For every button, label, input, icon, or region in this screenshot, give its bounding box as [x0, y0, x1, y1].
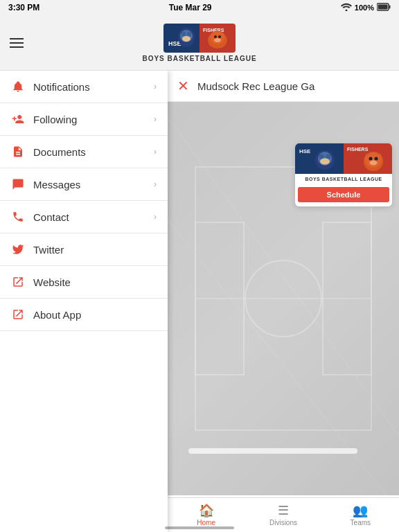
messages-chevron: ›: [154, 179, 157, 189]
message-icon: [11, 177, 25, 191]
svg-point-27: [214, 38, 221, 42]
drawer-item-about[interactable]: About App: [0, 299, 168, 331]
divisions-tab-label: Divisions: [269, 519, 297, 526]
drawer-item-website[interactable]: Website: [0, 266, 168, 299]
logo-images: HSE FISHERS: [163, 24, 236, 53]
svg-point-41: [326, 154, 330, 159]
battery-text: 100%: [355, 3, 374, 12]
svg-rect-3: [378, 5, 388, 10]
twitter-label: Twitter: [33, 244, 64, 256]
website-icon: [11, 275, 25, 289]
drawer-item-messages[interactable]: Messages ›: [0, 168, 168, 201]
logo-hse: HSE: [163, 24, 200, 53]
messages-label: Messages: [33, 179, 80, 190]
tab-divisions[interactable]: ☰ Divisions: [245, 498, 321, 532]
about-icon: [11, 308, 25, 321]
twitter-icon: [11, 242, 25, 256]
drawer-item-following[interactable]: Following ›: [0, 103, 168, 136]
header-logo: HSE FISHERS: [142, 24, 256, 62]
document-icon: [11, 145, 25, 159]
website-label: Website: [33, 276, 71, 288]
svg-point-17: [187, 32, 191, 36]
notifications-label: Notifications: [33, 81, 90, 93]
tab-teams[interactable]: 👥 Teams: [322, 498, 399, 532]
status-right: 100%: [341, 3, 391, 12]
contact-chevron: ›: [154, 212, 157, 222]
hamburger-button[interactable]: [10, 38, 24, 48]
right-panel-body: HSE FISHERS: [168, 102, 399, 495]
svg-point-42: [320, 159, 330, 165]
svg-point-16: [181, 32, 186, 36]
league-card-fishers: FISHERS: [344, 143, 392, 174]
logo-fishers: FISHERS: [200, 24, 236, 53]
svg-rect-2: [389, 6, 391, 9]
drawer-item-contact[interactable]: Contact ›: [0, 201, 168, 233]
hamburger-line-2: [10, 42, 24, 44]
documents-chevron: ›: [154, 147, 157, 157]
svg-point-49: [369, 157, 372, 161]
right-panel-header: ✕ Mudsock Rec League Ga: [168, 71, 399, 102]
about-label: About App: [33, 309, 81, 321]
wifi-icon: [341, 3, 352, 12]
main-content: Nov 8 - Mar 26, 2022 Mudsock Rec Leag...…: [0, 71, 399, 532]
documents-label: Documents: [33, 146, 86, 158]
svg-text:FISHERS: FISHERS: [347, 147, 369, 152]
following-chevron: ›: [154, 114, 157, 124]
league-card-name: BOYS BASKETBALL LEAGUE: [295, 174, 392, 184]
league-card-hse: HSE: [295, 143, 344, 174]
notifications-chevron: ›: [154, 82, 157, 91]
battery-icon: [377, 3, 391, 12]
following-label: Following: [33, 114, 77, 125]
right-panel: ✕ Mudsock Rec League Ga: [168, 71, 399, 532]
schedule-button[interactable]: Schedule: [298, 187, 389, 202]
svg-point-40: [319, 154, 323, 159]
header-title: BOYS BASKETBALL LEAGUE: [142, 55, 256, 62]
drawer-item-notifications[interactable]: Notifications ›: [0, 71, 168, 103]
svg-point-51: [369, 161, 377, 166]
close-button[interactable]: ✕: [177, 79, 189, 93]
court-marking: [188, 448, 357, 454]
contact-label: Contact: [33, 211, 69, 223]
following-icon: [11, 112, 25, 126]
svg-point-18: [182, 36, 190, 42]
svg-text:HSE: HSE: [299, 148, 311, 154]
home-indicator: [165, 526, 234, 529]
panel-title: Mudsock Rec League Ga: [197, 80, 389, 92]
side-drawer: Notifications › Following ›: [0, 71, 168, 532]
home-tab-icon: 🏠: [199, 504, 214, 517]
status-day: Tue Mar 29: [169, 3, 212, 12]
hamburger-line-3: [10, 46, 24, 48]
svg-point-25: [214, 35, 217, 38]
drawer-item-documents[interactable]: Documents ›: [0, 136, 168, 168]
status-time: 3:30 PM: [8, 3, 39, 12]
bell-icon: [11, 80, 25, 94]
teams-tab-label: Teams: [351, 519, 371, 526]
status-bar: 3:30 PM Tue Mar 29 100%: [0, 0, 399, 15]
drawer-item-twitter[interactable]: Twitter: [0, 233, 168, 266]
teams-tab-icon: 👥: [353, 504, 368, 517]
app-container: HSE FISHERS: [0, 15, 399, 532]
svg-point-0: [345, 10, 347, 12]
hamburger-line-1: [10, 38, 24, 39]
svg-point-26: [218, 35, 221, 38]
divisions-tab-icon: ☰: [278, 504, 289, 517]
svg-point-50: [374, 157, 378, 161]
phone-icon: [11, 210, 25, 224]
app-header: HSE FISHERS: [0, 15, 399, 71]
league-card: HSE FISHERS: [295, 143, 392, 206]
home-tab-label: Home: [197, 519, 215, 526]
league-card-logo: HSE FISHERS: [295, 143, 392, 174]
